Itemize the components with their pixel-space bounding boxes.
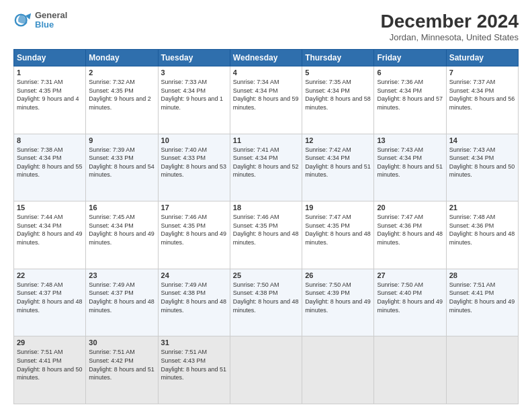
cell-info: Sunrise: 7:49 AMSunset: 4:38 PMDaylight:…: [161, 281, 227, 314]
calendar-cell: 21Sunrise: 7:48 AMSunset: 4:36 PMDayligh…: [446, 201, 518, 269]
day-number: 29: [17, 338, 83, 347]
cell-info: Sunrise: 7:45 AMSunset: 4:34 PMDaylight:…: [89, 213, 154, 246]
calendar-cell: [302, 336, 374, 404]
day-number: 24: [161, 271, 227, 279]
logo-icon: [13, 11, 32, 30]
cell-info: Sunrise: 7:35 AMSunset: 4:34 PMDaylight:…: [305, 78, 371, 111]
calendar-cell: 20Sunrise: 7:47 AMSunset: 4:36 PMDayligh…: [374, 201, 446, 269]
day-number: 23: [89, 271, 154, 279]
day-number: 2: [89, 68, 154, 77]
day-number: 9: [89, 136, 154, 144]
day-number: 4: [233, 68, 299, 77]
cell-info: Sunrise: 7:43 AMSunset: 4:34 PMDaylight:…: [449, 146, 515, 179]
cell-info: Sunrise: 7:33 AMSunset: 4:34 PMDaylight:…: [161, 78, 227, 111]
day-number: 30: [89, 338, 154, 347]
logo-text: General Blue: [35, 11, 67, 30]
calendar-day-header: Wednesday: [230, 50, 302, 66]
calendar-cell: 25Sunrise: 7:50 AMSunset: 4:38 PMDayligh…: [230, 269, 302, 336]
calendar-cell: 10Sunrise: 7:40 AMSunset: 4:33 PMDayligh…: [158, 134, 230, 201]
cell-info: Sunrise: 7:47 AMSunset: 4:36 PMDaylight:…: [377, 213, 443, 246]
calendar-cell: 29Sunrise: 7:51 AMSunset: 4:41 PMDayligh…: [14, 336, 86, 404]
day-number: 22: [17, 271, 83, 279]
calendar-week-row: 15Sunrise: 7:44 AMSunset: 4:34 PMDayligh…: [14, 201, 519, 269]
calendar-week-row: 8Sunrise: 7:38 AMSunset: 4:34 PMDaylight…: [14, 134, 519, 201]
cell-info: Sunrise: 7:46 AMSunset: 4:35 PMDaylight:…: [161, 213, 227, 246]
logo-line1: General: [35, 11, 67, 20]
calendar-week-row: 29Sunrise: 7:51 AMSunset: 4:41 PMDayligh…: [14, 336, 519, 404]
header: General Blue December 2024 Jordan, Minne…: [13, 11, 519, 42]
cell-info: Sunrise: 7:51 AMSunset: 4:43 PMDaylight:…: [161, 348, 227, 381]
cell-info: Sunrise: 7:47 AMSunset: 4:35 PMDaylight:…: [305, 213, 371, 246]
calendar-cell: 3Sunrise: 7:33 AMSunset: 4:34 PMDaylight…: [158, 66, 230, 134]
calendar-day-header: Monday: [86, 50, 158, 66]
calendar-cell: 30Sunrise: 7:51 AMSunset: 4:42 PMDayligh…: [86, 336, 158, 404]
month-title: December 2024: [381, 11, 519, 32]
cell-info: Sunrise: 7:51 AMSunset: 4:41 PMDaylight:…: [449, 281, 515, 314]
calendar-cell: [374, 336, 446, 404]
day-number: 20: [377, 203, 443, 212]
cell-info: Sunrise: 7:48 AMSunset: 4:36 PMDaylight:…: [449, 213, 515, 246]
calendar-cell: 19Sunrise: 7:47 AMSunset: 4:35 PMDayligh…: [302, 201, 374, 269]
calendar-cell: 22Sunrise: 7:48 AMSunset: 4:37 PMDayligh…: [14, 269, 86, 336]
cell-info: Sunrise: 7:51 AMSunset: 4:41 PMDaylight:…: [17, 348, 83, 381]
cell-info: Sunrise: 7:42 AMSunset: 4:34 PMDaylight:…: [305, 146, 371, 179]
cell-info: Sunrise: 7:46 AMSunset: 4:35 PMDaylight:…: [233, 213, 299, 246]
calendar-cell: [230, 336, 302, 404]
day-number: 25: [233, 271, 299, 279]
title-area: December 2024 Jordan, Minnesota, United …: [381, 11, 519, 42]
calendar-cell: [446, 336, 518, 404]
cell-info: Sunrise: 7:38 AMSunset: 4:34 PMDaylight:…: [17, 146, 83, 179]
calendar-cell: 16Sunrise: 7:45 AMSunset: 4:34 PMDayligh…: [86, 201, 158, 269]
day-number: 6: [377, 68, 443, 77]
calendar-cell: 11Sunrise: 7:41 AMSunset: 4:34 PMDayligh…: [230, 134, 302, 201]
day-number: 11: [233, 136, 299, 144]
calendar-cell: 9Sunrise: 7:39 AMSunset: 4:33 PMDaylight…: [86, 134, 158, 201]
day-number: 17: [161, 203, 227, 212]
calendar-day-header: Saturday: [446, 50, 518, 66]
day-number: 14: [449, 136, 515, 144]
cell-info: Sunrise: 7:36 AMSunset: 4:34 PMDaylight:…: [377, 78, 443, 111]
calendar-cell: 5Sunrise: 7:35 AMSunset: 4:34 PMDaylight…: [302, 66, 374, 134]
calendar-cell: 14Sunrise: 7:43 AMSunset: 4:34 PMDayligh…: [446, 134, 518, 201]
cell-info: Sunrise: 7:43 AMSunset: 4:34 PMDaylight:…: [377, 146, 443, 179]
cell-info: Sunrise: 7:37 AMSunset: 4:34 PMDaylight:…: [449, 78, 515, 111]
calendar-cell: 28Sunrise: 7:51 AMSunset: 4:41 PMDayligh…: [446, 269, 518, 336]
calendar-cell: 7Sunrise: 7:37 AMSunset: 4:34 PMDaylight…: [446, 66, 518, 134]
cell-info: Sunrise: 7:40 AMSunset: 4:33 PMDaylight:…: [161, 146, 227, 179]
calendar-cell: 1Sunrise: 7:31 AMSunset: 4:35 PMDaylight…: [14, 66, 86, 134]
calendar-header-row: SundayMondayTuesdayWednesdayThursdayFrid…: [14, 50, 519, 66]
cell-info: Sunrise: 7:49 AMSunset: 4:37 PMDaylight:…: [89, 281, 154, 314]
day-number: 31: [161, 338, 227, 347]
day-number: 3: [161, 68, 227, 77]
cell-info: Sunrise: 7:39 AMSunset: 4:33 PMDaylight:…: [89, 146, 154, 179]
calendar-cell: 6Sunrise: 7:36 AMSunset: 4:34 PMDaylight…: [374, 66, 446, 134]
cell-info: Sunrise: 7:31 AMSunset: 4:35 PMDaylight:…: [17, 78, 83, 111]
page: General Blue December 2024 Jordan, Minne…: [0, 0, 532, 411]
day-number: 12: [305, 136, 371, 144]
calendar-cell: 18Sunrise: 7:46 AMSunset: 4:35 PMDayligh…: [230, 201, 302, 269]
calendar-cell: 26Sunrise: 7:50 AMSunset: 4:39 PMDayligh…: [302, 269, 374, 336]
calendar-cell: 24Sunrise: 7:49 AMSunset: 4:38 PMDayligh…: [158, 269, 230, 336]
cell-info: Sunrise: 7:48 AMSunset: 4:37 PMDaylight:…: [17, 281, 83, 314]
calendar-day-header: Friday: [374, 50, 446, 66]
calendar-cell: 8Sunrise: 7:38 AMSunset: 4:34 PMDaylight…: [14, 134, 86, 201]
day-number: 5: [305, 68, 371, 77]
cell-info: Sunrise: 7:34 AMSunset: 4:34 PMDaylight:…: [233, 78, 299, 111]
day-number: 16: [89, 203, 154, 212]
day-number: 10: [161, 136, 227, 144]
day-number: 13: [377, 136, 443, 144]
location: Jordan, Minnesota, United States: [381, 32, 519, 42]
cell-info: Sunrise: 7:50 AMSunset: 4:39 PMDaylight:…: [305, 281, 371, 314]
day-number: 7: [449, 68, 515, 77]
day-number: 28: [449, 271, 515, 279]
cell-info: Sunrise: 7:51 AMSunset: 4:42 PMDaylight:…: [89, 348, 154, 381]
calendar-cell: 15Sunrise: 7:44 AMSunset: 4:34 PMDayligh…: [14, 201, 86, 269]
day-number: 21: [449, 203, 515, 212]
calendar-week-row: 1Sunrise: 7:31 AMSunset: 4:35 PMDaylight…: [14, 66, 519, 134]
calendar-cell: 13Sunrise: 7:43 AMSunset: 4:34 PMDayligh…: [374, 134, 446, 201]
calendar-cell: 17Sunrise: 7:46 AMSunset: 4:35 PMDayligh…: [158, 201, 230, 269]
day-number: 1: [17, 68, 83, 77]
calendar-day-header: Thursday: [302, 50, 374, 66]
calendar-cell: 4Sunrise: 7:34 AMSunset: 4:34 PMDaylight…: [230, 66, 302, 134]
cell-info: Sunrise: 7:32 AMSunset: 4:35 PMDaylight:…: [89, 78, 154, 111]
